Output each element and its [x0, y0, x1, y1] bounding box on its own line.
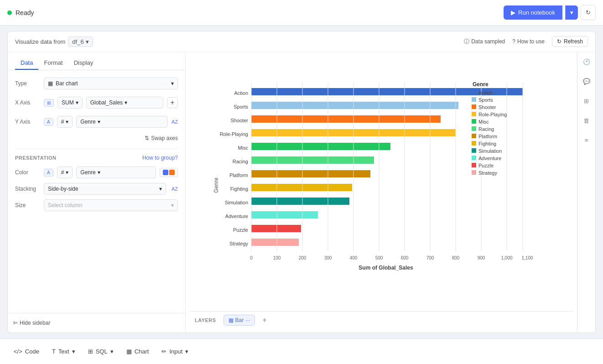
bar-shooter [251, 115, 441, 123]
tab-format[interactable]: Format [38, 57, 68, 70]
y-axis-badge: A [44, 118, 53, 126]
az-sort-button[interactable]: AZ [172, 119, 178, 125]
bar-sports [251, 102, 458, 109]
run-notebook-button[interactable]: ▶ Run notebook [504, 5, 562, 20]
y-field-chevron-icon: ▾ [98, 119, 100, 125]
svg-text:900: 900 [478, 255, 485, 260]
add-layer-button[interactable]: + [259, 314, 270, 326]
svg-text:100: 100 [273, 255, 281, 260]
type-select[interactable]: ▦ Bar chart ▾ [44, 78, 178, 89]
swap-axes-button[interactable]: ⇅ Swap axes [15, 135, 178, 141]
viz-header-actions: ⓘ Data sampled ? How to use ↻ Refresh [464, 36, 588, 47]
color-label: Color [15, 169, 40, 176]
svg-text:Shooter: Shooter [230, 118, 248, 123]
run-notebook-dropdown-button[interactable]: ▾ [565, 5, 578, 20]
clock-icon[interactable]: 🕐 [580, 56, 593, 68]
hide-sidebar-icon: ⊨ [13, 320, 18, 326]
svg-text:700: 700 [426, 255, 434, 260]
viz-panel: Visualize data from df_6 ▾ ⓘ Data sample… [7, 31, 596, 333]
y-field-select[interactable]: Genre ▾ [76, 116, 168, 128]
refresh-button[interactable]: ↻ Refresh [552, 36, 588, 47]
svg-text:Action: Action [478, 90, 493, 95]
how-to-group-link[interactable]: How to group? [142, 155, 178, 161]
bar-adventure [251, 211, 318, 218]
svg-text:400: 400 [350, 255, 358, 260]
bar-layer-more-icon: ··· [245, 317, 250, 323]
x-axis-add-button[interactable]: + [167, 97, 178, 108]
color-row: Color A # ▾ Genre ▾ [15, 166, 178, 178]
data-source-select[interactable]: df_6 ▾ [68, 36, 93, 47]
svg-text:600: 600 [401, 255, 409, 260]
question-icon: ? [512, 38, 515, 45]
x-agg-select[interactable]: SUM ▾ [57, 97, 83, 109]
x-axis-type-icon: ⊞ [47, 100, 51, 105]
y-axis-type-icon: A [47, 120, 50, 125]
stacking-az-button[interactable]: AZ [172, 186, 178, 192]
color-field-chevron-icon: ▾ [98, 169, 100, 176]
swatch-blue [163, 170, 168, 175]
svg-rect-44 [472, 112, 476, 116]
tab-data[interactable]: Data [15, 57, 38, 70]
ready-badge: Ready [7, 9, 34, 16]
x-field-select[interactable]: Global_Sales ▾ [86, 97, 163, 109]
svg-text:Sports: Sports [234, 104, 248, 109]
svg-text:300: 300 [324, 255, 332, 260]
svg-text:Genre: Genre [473, 81, 489, 88]
svg-rect-38 [472, 90, 476, 94]
presentation-section: PRESENTATION How to group? Color A # ▾ [15, 149, 178, 211]
section-header: PRESENTATION How to group? [15, 155, 178, 161]
text-button[interactable]: T Text ▾ [46, 344, 82, 359]
color-type-select[interactable]: # ▾ [57, 166, 73, 178]
how-to-use-action[interactable]: ? How to use [512, 38, 545, 45]
sidebar-content: Type ▦ Bar chart ▾ X Axis [8, 70, 185, 218]
stacking-select[interactable]: Side-by-side ▾ [44, 183, 166, 195]
color-field-select[interactable]: Genre ▾ [76, 166, 156, 178]
type-row: Type ▦ Bar chart ▾ [15, 78, 178, 89]
svg-text:Action: Action [234, 90, 248, 96]
hide-sidebar-button[interactable]: ⊨ Hide sidebar [8, 317, 185, 329]
viz-source: Visualize data from df_6 ▾ [15, 36, 93, 47]
refresh-icon: ↻ [557, 38, 561, 45]
svg-rect-40 [472, 97, 476, 102]
x-axis-badge: ⊞ [44, 99, 54, 107]
input-icon: ✏ [161, 348, 166, 355]
svg-text:Role-Playing: Role-Playing [220, 131, 248, 137]
chart-button[interactable]: ▦ Chart [120, 344, 156, 359]
svg-text:1,100: 1,100 [521, 255, 533, 260]
bar-fighting [251, 184, 352, 191]
tab-display[interactable]: Display [68, 57, 99, 70]
right-panel: 🕐 💬 ⊞ 🗑 ≡ [577, 52, 595, 333]
svg-text:Fighting: Fighting [230, 186, 248, 192]
type-chevron-icon: ▾ [171, 80, 174, 87]
y-type-select[interactable]: # ▾ [57, 116, 73, 128]
svg-rect-60 [472, 170, 476, 175]
swatch-orange [169, 170, 175, 175]
code-button[interactable]: </> Code [7, 344, 46, 359]
svg-rect-58 [472, 163, 476, 167]
color-swatch[interactable] [160, 168, 178, 177]
svg-text:200: 200 [299, 255, 307, 260]
svg-text:Shooter: Shooter [478, 104, 496, 110]
lines-icon[interactable]: ≡ [582, 134, 591, 146]
trash-icon[interactable]: 🗑 [581, 114, 592, 127]
sql-button[interactable]: ⊞ SQL ▾ [82, 344, 120, 359]
data-source-value: df_6 [72, 38, 83, 45]
chat-icon[interactable]: 💬 [580, 75, 593, 88]
chart-area: Genre Action Sports Shooter Role-Playing [186, 52, 577, 333]
ready-label: Ready [16, 9, 34, 16]
color-badge: A [44, 169, 53, 177]
main-content: Visualize data from df_6 ▾ ⓘ Data sample… [0, 26, 603, 338]
x-axis-row: X Axis ⊞ SUM ▾ Global_Sales ▾ + [15, 97, 178, 109]
input-button[interactable]: ✏ Input ▾ [155, 344, 195, 359]
bar-layer-tab[interactable]: ▦ Bar ··· [224, 315, 255, 326]
grid-icon[interactable]: ⊞ [581, 95, 592, 107]
stacking-label: Stacking [15, 186, 40, 192]
presentation-title: PRESENTATION [15, 155, 57, 161]
data-sampled-action[interactable]: ⓘ Data sampled [464, 38, 505, 46]
info-icon: ⓘ [464, 38, 469, 46]
bar-strategy [251, 239, 299, 246]
svg-text:Strategy: Strategy [229, 241, 248, 246]
svg-text:Platform: Platform [229, 172, 248, 178]
refresh-top-button[interactable]: ↻ [581, 5, 596, 20]
size-select[interactable]: Select column ▾ [44, 199, 178, 211]
